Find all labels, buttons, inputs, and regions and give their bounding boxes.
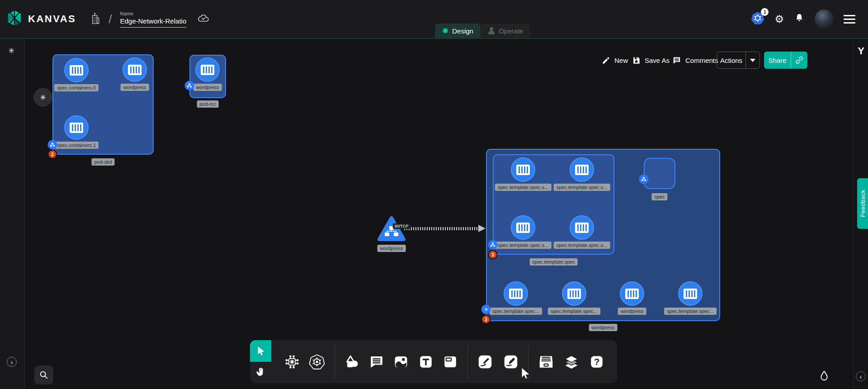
comments-button-label: Comments xyxy=(685,57,718,64)
image-tool[interactable] xyxy=(393,354,409,370)
container-node[interactable] xyxy=(562,281,586,306)
component-tool[interactable] xyxy=(284,354,300,370)
count-badge[interactable]: 3 xyxy=(488,250,498,260)
design-action-bar: New Save As Comments xyxy=(0,51,853,69)
shapes-icon xyxy=(344,354,359,370)
organization-icon[interactable] xyxy=(90,12,100,26)
design-name-field[interactable]: Name Edge-Network-Relatio xyxy=(120,11,187,28)
comment-tool[interactable] xyxy=(369,354,384,370)
brand-title: KANVAS xyxy=(28,13,76,25)
toolbar-divider xyxy=(467,344,468,380)
container-node[interactable] xyxy=(678,281,703,306)
relationship-badge[interactable] xyxy=(639,175,649,184)
circuit-icon xyxy=(284,354,300,370)
link-icon[interactable] xyxy=(795,56,804,65)
share-button-label: Share xyxy=(764,57,791,64)
comment-icon xyxy=(672,56,681,65)
container-node[interactable] xyxy=(570,215,594,240)
hamburger-menu-icon[interactable] xyxy=(844,15,855,24)
edge-wordpress-service[interactable] xyxy=(404,227,478,230)
feedback-tab[interactable]: Feedback xyxy=(857,178,868,229)
kanvas-logo-icon[interactable] xyxy=(7,10,22,28)
container-node[interactable] xyxy=(504,281,528,306)
button-divider xyxy=(791,52,791,69)
kubernetes-count-badge: 1 xyxy=(761,8,769,16)
settings-gear-icon[interactable]: ⚙ xyxy=(774,14,784,24)
tree-view-icon[interactable]: Y xyxy=(858,45,864,57)
container-node[interactable] xyxy=(620,281,644,306)
note-tool[interactable] xyxy=(443,354,458,370)
actions-button-label: Actions xyxy=(717,57,745,64)
layers-tool[interactable] xyxy=(563,354,580,370)
container-icon xyxy=(70,123,83,133)
collapse-right-panel-button[interactable]: ‹ xyxy=(856,371,866,381)
magnifier-icon xyxy=(39,370,49,380)
design-name-label: Name xyxy=(120,11,187,16)
group-label-wordpress-deployment: wordpress xyxy=(589,324,618,331)
image-icon xyxy=(393,354,409,370)
service-label: wordpress xyxy=(377,245,406,252)
save-as-button[interactable]: Save As xyxy=(632,51,670,69)
actions-button[interactable]: Actions xyxy=(717,52,760,69)
container-node[interactable] xyxy=(570,157,594,182)
pan-tool[interactable] xyxy=(250,362,271,384)
design-name-value[interactable]: Edge-Network-Relatio xyxy=(120,17,187,28)
zoom-button[interactable] xyxy=(34,365,53,384)
pencil-icon xyxy=(602,56,610,65)
container-label: spec.template.spec.s... xyxy=(495,184,552,191)
pencil-tool[interactable] xyxy=(503,354,519,370)
comments-button[interactable]: Comments xyxy=(672,51,718,69)
new-button-label: New xyxy=(614,57,628,64)
text-icon xyxy=(418,354,434,370)
container-icon xyxy=(684,289,697,299)
share-button[interactable]: Share xyxy=(764,52,807,69)
count-badge[interactable]: 3 xyxy=(481,315,491,324)
relationship-badge[interactable] xyxy=(185,81,194,90)
tab-design[interactable]: ✺ Design xyxy=(435,24,481,38)
bottom-toolbar: ? xyxy=(250,340,617,383)
kubernetes-context-button[interactable]: 1 xyxy=(751,11,764,27)
chevron-down-icon[interactable] xyxy=(750,59,755,62)
pen-tool[interactable] xyxy=(477,354,493,370)
container-icon xyxy=(516,223,530,233)
toolbar-icons: ? xyxy=(271,340,617,383)
diagram-layer[interactable]: pod-skd2pod-rccwordpress✳3spec.template.… xyxy=(0,39,853,389)
service-node[interactable] xyxy=(377,215,406,244)
select-tool[interactable] xyxy=(250,340,271,362)
notifications-bell-icon[interactable] xyxy=(794,13,805,25)
pencil-draw-icon xyxy=(503,354,519,370)
kubernetes-tool[interactable] xyxy=(309,354,325,370)
container-icon xyxy=(625,289,639,299)
user-avatar[interactable] xyxy=(815,9,834,28)
container-node[interactable] xyxy=(511,157,535,182)
design-swirl-icon: ✺ xyxy=(442,27,448,35)
container-node[interactable] xyxy=(64,115,89,140)
container-icon xyxy=(567,289,581,299)
new-button[interactable]: New xyxy=(602,51,628,69)
feedback-label: Feedback xyxy=(859,190,866,217)
shapes-tool[interactable] xyxy=(344,354,359,370)
relationship-badge[interactable] xyxy=(488,240,498,250)
archive-tool[interactable] xyxy=(538,354,554,370)
container-label: spec.template.spec... xyxy=(490,308,542,315)
app-header: KANVAS / Name Edge-Network-Relatio xyxy=(0,0,868,38)
group-spec[interactable] xyxy=(644,158,675,189)
pen-line-icon xyxy=(477,354,493,370)
container-label: spec.template.spec... xyxy=(664,308,717,315)
container-label: spec.template.spec... xyxy=(548,308,600,315)
pointer-tools xyxy=(250,340,271,383)
container-label: spec.template.spec.s... xyxy=(554,184,610,191)
container-node[interactable] xyxy=(511,215,535,240)
text-tool[interactable] xyxy=(418,354,434,370)
container-icon xyxy=(575,223,589,233)
help-tool[interactable]: ? xyxy=(589,354,604,370)
comment-bubble-icon xyxy=(369,354,384,370)
mode-tabs: ✺ Design Operate xyxy=(435,24,530,38)
relationship-badge[interactable] xyxy=(48,140,57,150)
count-badge[interactable]: 2 xyxy=(48,150,57,159)
tab-operate[interactable]: Operate xyxy=(481,24,530,38)
flower-node-button[interactable]: ✳ xyxy=(33,88,52,107)
ink-drop-icon[interactable] xyxy=(818,370,830,385)
relationship-badge[interactable]: ✳ xyxy=(481,305,491,314)
save-icon xyxy=(632,56,641,65)
